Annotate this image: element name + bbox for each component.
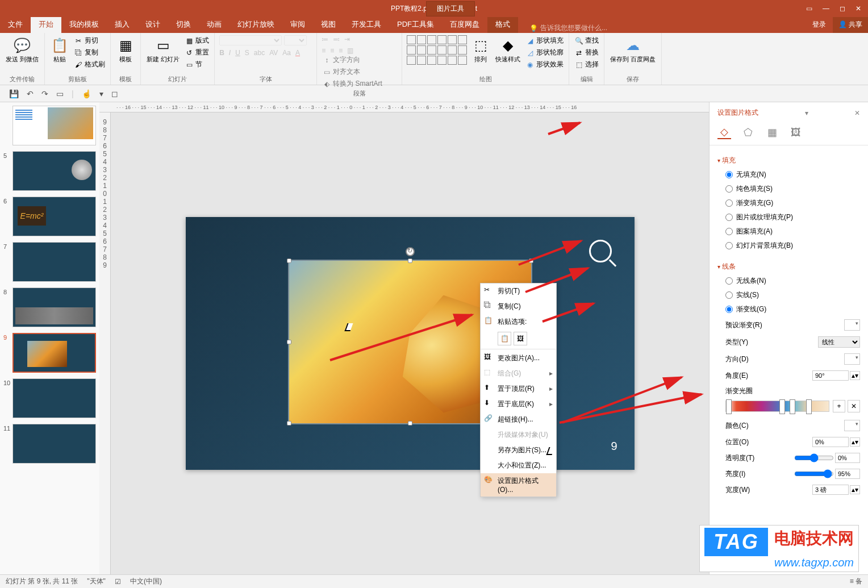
fill-gradient-radio[interactable]: 渐变填充(G) — [717, 196, 860, 210]
tab-view[interactable]: 视图 — [313, 16, 344, 33]
pane-tab-size[interactable]: ▦ — [765, 126, 779, 139]
thumbnail-item[interactable]: 9 — [3, 333, 96, 373]
add-stop-button[interactable]: + — [833, 400, 845, 412]
template-button[interactable]: ▦模板 — [115, 35, 136, 64]
resize-handle[interactable] — [408, 258, 412, 263]
resize-handle[interactable] — [287, 340, 291, 344]
tab-baidu[interactable]: 百度网盘 — [442, 16, 487, 33]
brightness-slider[interactable] — [794, 469, 834, 478]
remove-stop-button[interactable]: ✕ — [848, 400, 860, 412]
ribbon-options-icon[interactable]: ▭ — [806, 5, 812, 12]
canvas[interactable]: 9 ✂剪切(T) ⿻复制(C) 📋粘贴选项: 📋🖼 🖼更改图片(A)... ⬚组… — [111, 112, 709, 574]
strike-button[interactable]: S — [245, 49, 249, 57]
close-icon[interactable]: ✕ — [856, 5, 861, 12]
fill-slidebg-radio[interactable]: 幻灯片背景填充(B) — [717, 239, 860, 253]
text-direction-button[interactable]: ↕文字方向 — [322, 55, 397, 65]
qat-more-button[interactable]: ▾ — [99, 89, 103, 98]
line-solid-radio[interactable]: 实线(S) — [717, 288, 860, 302]
cm-save-as-picture[interactable]: 另存为图片(S)... — [481, 443, 556, 458]
tab-review[interactable]: 审阅 — [282, 16, 313, 33]
shape-outline-button[interactable]: ◿形状轮廓 — [525, 47, 564, 58]
tell-me[interactable]: 💡告诉我您想要做什么... — [529, 23, 607, 33]
spinner-icon[interactable]: ▴▾ — [850, 371, 860, 380]
tab-transitions[interactable]: 切换 — [168, 16, 199, 33]
paste-option-1[interactable]: 📋 — [498, 332, 511, 345]
line-section-header[interactable]: 线条 — [717, 260, 860, 274]
tab-my-templates[interactable]: 我的模板 — [61, 16, 107, 33]
shape-effects-button[interactable]: ◉形状效果 — [525, 59, 564, 70]
position-input[interactable] — [812, 437, 849, 447]
cm-change-picture[interactable]: 🖼更改图片(A)... — [481, 351, 556, 366]
rotate-handle[interactable] — [406, 247, 415, 256]
resize-handle[interactable] — [408, 421, 412, 426]
tab-developer[interactable]: 开发工具 — [344, 16, 389, 33]
tab-home[interactable]: 开始 — [31, 16, 61, 33]
font-size-select[interactable] — [284, 35, 307, 45]
paste-option-2[interactable]: 🖼 — [514, 332, 527, 345]
indent-button[interactable]: ⇥ — [344, 35, 350, 43]
new-slide-button[interactable]: ▭新建 幻灯片 — [145, 35, 181, 64]
paste-button[interactable]: 📋粘贴 — [49, 35, 70, 64]
thumbnail-item[interactable]: 5 — [3, 151, 96, 191]
spacing-button[interactable]: AV — [269, 49, 278, 57]
shape-fill-button[interactable]: ◢形状填充 — [525, 35, 564, 46]
line-gradient-radio[interactable]: 渐变线(G) — [717, 302, 860, 316]
pane-tab-picture[interactable]: 🖼 — [789, 126, 803, 139]
shapes-gallery[interactable] — [407, 35, 467, 65]
reset-button[interactable]: ↺重置 — [184, 47, 210, 58]
transparency-input[interactable] — [835, 453, 860, 463]
tab-file[interactable]: 文件 — [0, 16, 31, 33]
case-button[interactable]: Aa — [282, 49, 291, 57]
touch-mode-button[interactable]: ☝ — [82, 89, 91, 98]
share-button[interactable]: 👤 共享 — [833, 16, 868, 33]
send-wechat-button[interactable]: 💬发送 到微信 — [5, 35, 40, 64]
fill-picture-radio[interactable]: 图片或纹理填充(P) — [717, 210, 860, 224]
cm-size-position[interactable]: 大小和位置(Z)... — [481, 458, 556, 473]
color-picker[interactable] — [844, 420, 860, 431]
fill-section-header[interactable]: 填充 — [717, 153, 860, 168]
thumbnail-item[interactable] — [3, 106, 96, 145]
layout-button[interactable]: ▦版式 — [184, 35, 210, 46]
spinner-icon[interactable]: ▴▾ — [850, 437, 860, 447]
underline-button[interactable]: U — [235, 49, 240, 57]
columns-button[interactable]: ▥ — [347, 47, 353, 55]
maximize-icon[interactable]: ◻ — [840, 5, 845, 12]
angle-input[interactable] — [812, 370, 849, 381]
thumbnail-item[interactable]: 11 — [3, 424, 96, 464]
select-button[interactable]: ⬚选择 — [574, 59, 599, 70]
redo-button[interactable]: ↷ — [41, 89, 48, 98]
tab-slideshow[interactable]: 幻灯片放映 — [229, 16, 282, 33]
align-left-button[interactable]: ≡ — [322, 47, 326, 55]
brightness-input[interactable] — [835, 469, 860, 479]
direction-picker[interactable] — [844, 353, 860, 365]
resize-handle[interactable] — [287, 421, 291, 426]
section-button[interactable]: ▭节 — [184, 59, 210, 70]
minimize-icon[interactable]: — — [823, 5, 829, 12]
cm-bring-front[interactable]: ⬆置于顶层(R)▸ — [481, 381, 556, 397]
gradient-stop[interactable] — [726, 399, 732, 414]
save-button[interactable]: 💾 — [9, 89, 19, 98]
qat-extra-button[interactable]: ◻ — [111, 89, 118, 98]
login-button[interactable]: 登录 — [806, 16, 833, 33]
fill-none-radio[interactable]: 无填充(N) — [717, 168, 860, 182]
preset-gradient-picker[interactable] — [844, 319, 860, 331]
cm-send-back[interactable]: ⬇置于底层(K)▸ — [481, 397, 556, 412]
notes-button[interactable]: ≡ 备 — [850, 577, 862, 586]
pane-tab-effects[interactable]: ⬠ — [741, 126, 755, 139]
pane-close-button[interactable]: ✕ — [854, 109, 860, 117]
quick-styles-button[interactable]: ◆快速样式 — [494, 35, 521, 64]
cm-hyperlink[interactable]: 🔗超链接(H)... — [481, 412, 556, 427]
fill-pattern-radio[interactable]: 图案填充(A) — [717, 224, 860, 239]
pane-dropdown[interactable]: ▾ — [805, 109, 808, 117]
align-center-button[interactable]: ≡ — [330, 47, 334, 55]
line-none-radio[interactable]: 无线条(N) — [717, 274, 860, 288]
cm-cut[interactable]: ✂剪切(T) — [481, 283, 556, 299]
tab-insert[interactable]: 插入 — [107, 16, 137, 33]
smartart-button[interactable]: ⬖转换为 SmartArt — [322, 78, 397, 89]
spellcheck-icon[interactable]: ☑ — [115, 578, 121, 586]
slide[interactable]: 9 — [186, 217, 635, 470]
tab-format[interactable]: 格式 — [487, 16, 518, 33]
find-button[interactable]: 🔍查找 — [574, 35, 599, 46]
italic-button[interactable]: I — [229, 49, 231, 57]
gradient-stop[interactable] — [806, 399, 812, 414]
